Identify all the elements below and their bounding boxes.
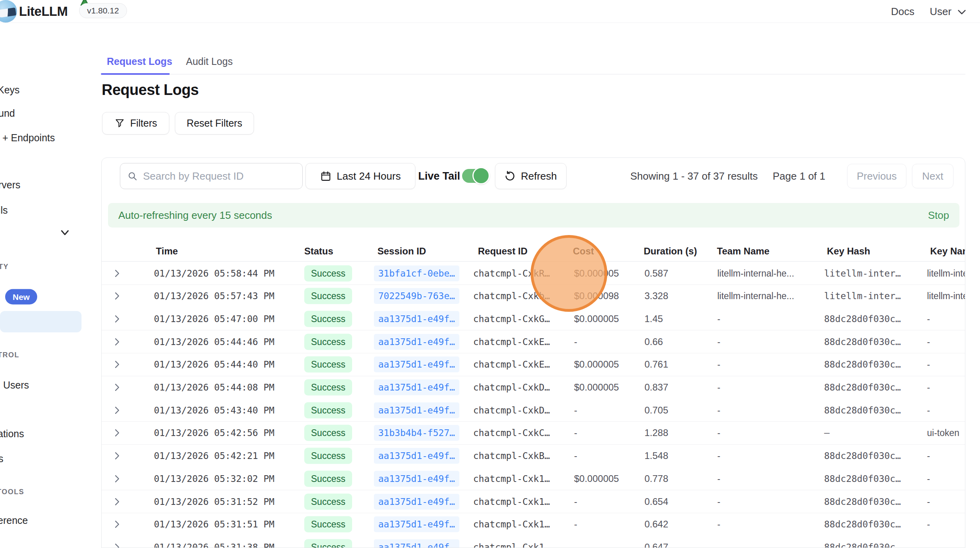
session-id-value[interactable]: aa1375d1-e49f… xyxy=(374,334,459,350)
session-id-value[interactable]: aa1375d1-e49f… xyxy=(374,539,459,548)
row-expand-chevron-icon[interactable] xyxy=(113,382,121,393)
session-id-link[interactable]: aa1375d1-e49f… xyxy=(374,448,459,464)
search-input[interactable] xyxy=(143,170,295,182)
session-id-value[interactable]: aa1375d1-e49f… xyxy=(374,448,459,464)
session-id-value[interactable]: aa1375d1-e49f… xyxy=(374,311,459,327)
session-id-link[interactable]: aa1375d1-e49f… xyxy=(374,356,459,372)
next-page-button[interactable]: Next xyxy=(912,164,953,188)
cell-time: 01/13/2026 05:31:52 PM xyxy=(154,497,275,507)
reset-filters-button[interactable]: Reset Filters xyxy=(175,112,254,135)
row-expand-chevron-icon[interactable] xyxy=(113,497,121,507)
status-badge: Success xyxy=(304,356,352,373)
chevron-down-icon[interactable] xyxy=(59,228,70,237)
filters-button[interactable]: Filters xyxy=(102,112,169,135)
sidebar-item-playground[interactable]: und xyxy=(0,108,15,119)
row-expand-chevron-icon[interactable] xyxy=(113,291,121,301)
session-id-link[interactable]: aa1375d1-e49f… xyxy=(374,516,459,532)
session-id-link[interactable]: aa1375d1-e49f… xyxy=(374,471,459,487)
user-menu[interactable]: User xyxy=(930,6,952,18)
cell-cost: $0.000098 xyxy=(574,290,619,301)
sidebar-item-organizations[interactable]: ations xyxy=(0,428,24,440)
cell-cost: - xyxy=(574,542,577,548)
session-id-link[interactable]: aa1375d1-e49f… xyxy=(374,379,459,395)
session-id-value[interactable]: aa1375d1-e49f… xyxy=(374,402,459,418)
tab-request-logs[interactable]: Request Logs xyxy=(107,56,172,67)
cell-duration: 0.761 xyxy=(644,359,668,370)
filters-button-label: Filters xyxy=(130,118,157,129)
cell-team: - xyxy=(717,496,720,507)
session-id-value[interactable]: aa1375d1-e49f… xyxy=(374,356,459,372)
session-id-value[interactable]: aa1375d1-e49f… xyxy=(374,379,459,395)
cell-request: chatcmpl-Cxkb… xyxy=(473,291,550,301)
cell-key-hash: 88dc28d0f030c… xyxy=(824,405,901,415)
sidebar-item-active-highlight[interactable] xyxy=(0,311,82,332)
stop-auto-refresh-link[interactable]: Stop xyxy=(928,209,950,222)
cell-team: - xyxy=(717,382,720,393)
row-expand-chevron-icon[interactable] xyxy=(113,314,121,324)
row-expand-chevron-icon[interactable] xyxy=(113,405,121,415)
cell-key-hash: 88dc28d0f030c… xyxy=(824,314,901,324)
table-row: 01/13/2026 05:31:38 PMSuccessaa1375d1-e4… xyxy=(102,536,965,548)
session-id-link[interactable]: aa1375d1-e49f… xyxy=(374,494,459,510)
status-badge-label: Success xyxy=(304,288,352,304)
table-row: 01/13/2026 05:44:40 PMSuccessaa1375d1-e4… xyxy=(102,353,965,376)
tab-audit-logs[interactable]: Audit Logs xyxy=(186,56,233,67)
cell-time: 01/13/2026 05:32:02 PM xyxy=(154,474,275,484)
cell-duration: 1.45 xyxy=(644,313,663,324)
table-row: 01/13/2026 05:42:56 PMSuccess31b3b4b4-f5… xyxy=(102,422,965,445)
previous-page-button[interactable]: Previous xyxy=(847,164,906,188)
sidebar-item-teams[interactable]: s xyxy=(0,453,4,465)
column-header-time: Time xyxy=(156,246,178,257)
session-id-value[interactable]: 7022549b-763e… xyxy=(374,288,459,304)
sidebar-item-reference[interactable]: erence xyxy=(0,515,28,526)
status-badge-label: Success xyxy=(304,311,352,327)
live-tail-toggle[interactable] xyxy=(462,169,489,183)
session-id-link[interactable]: aa1375d1-e49f… xyxy=(374,539,459,548)
sidebar-item-endpoints[interactable]: + Endpoints xyxy=(2,132,55,144)
row-expand-chevron-icon[interactable] xyxy=(113,337,121,347)
live-tail-label: Live Tail xyxy=(418,170,460,182)
cell-cost: $0.000005 xyxy=(574,359,619,370)
cell-request: chatcmpl-CxkB… xyxy=(473,451,550,461)
version-badge: v1.80.12 xyxy=(79,3,127,18)
row-expand-chevron-icon[interactable] xyxy=(113,428,121,438)
row-expand-chevron-icon[interactable] xyxy=(113,359,121,370)
session-id-value[interactable]: 31b3b4b4-f527… xyxy=(374,425,459,441)
chevron-down-icon[interactable] xyxy=(956,7,968,17)
session-id-link[interactable]: 7022549b-763e… xyxy=(374,288,459,304)
docs-link[interactable]: Docs xyxy=(891,6,914,18)
auto-refresh-banner: Auto-refreshing every 15 seconds Stop xyxy=(108,203,959,228)
session-id-link[interactable]: 31bfa1cf-0ebe… xyxy=(374,265,459,281)
row-expand-chevron-icon[interactable] xyxy=(113,474,121,484)
request-logs-card: Last 24 Hours Live Tail Refresh Showing … xyxy=(101,157,965,548)
refresh-button[interactable]: Refresh xyxy=(495,163,567,189)
new-badge[interactable]: New xyxy=(5,289,37,305)
sidebar-item-keys[interactable]: Keys xyxy=(0,84,20,96)
session-id-link[interactable]: aa1375d1-e49f… xyxy=(374,334,459,350)
session-id-value[interactable]: 31bfa1cf-0ebe… xyxy=(374,265,459,281)
cell-team: - xyxy=(717,428,720,438)
row-expand-chevron-icon[interactable] xyxy=(113,519,121,529)
sidebar-item-guardrails[interactable]: ils xyxy=(0,205,8,216)
reset-filters-label: Reset Filters xyxy=(187,118,242,129)
cell-time: 01/13/2026 05:57:43 PM xyxy=(154,291,275,301)
cell-team: - xyxy=(717,359,720,370)
sidebar-item-users[interactable]: Users xyxy=(3,379,29,391)
cell-key-name: ui-token xyxy=(927,428,959,438)
status-badge: Success xyxy=(304,288,352,304)
cell-request: chatcmpl-CxkE… xyxy=(473,359,550,370)
row-expand-chevron-icon[interactable] xyxy=(113,268,121,279)
session-id-value[interactable]: aa1375d1-e49f… xyxy=(374,516,459,532)
session-id-link[interactable]: 31b3b4b4-f527… xyxy=(374,425,459,441)
auto-refresh-message: Auto-refreshing every 15 seconds xyxy=(118,209,272,222)
session-id-link[interactable]: aa1375d1-e49f… xyxy=(374,402,459,418)
session-id-value[interactable]: aa1375d1-e49f… xyxy=(374,471,459,487)
session-id-link[interactable]: aa1375d1-e49f… xyxy=(374,311,459,327)
sidebar-item-servers[interactable]: rvers xyxy=(0,179,21,191)
row-expand-chevron-icon[interactable] xyxy=(113,542,121,548)
row-expand-chevron-icon[interactable] xyxy=(113,451,121,461)
session-id-value[interactable]: aa1375d1-e49f… xyxy=(374,494,459,510)
top-navbar: LiteLLM v1.80.12 Docs User xyxy=(0,0,980,23)
time-range-button[interactable]: Last 24 Hours xyxy=(305,163,415,189)
cell-time: 01/13/2026 05:31:38 PM xyxy=(154,542,275,548)
